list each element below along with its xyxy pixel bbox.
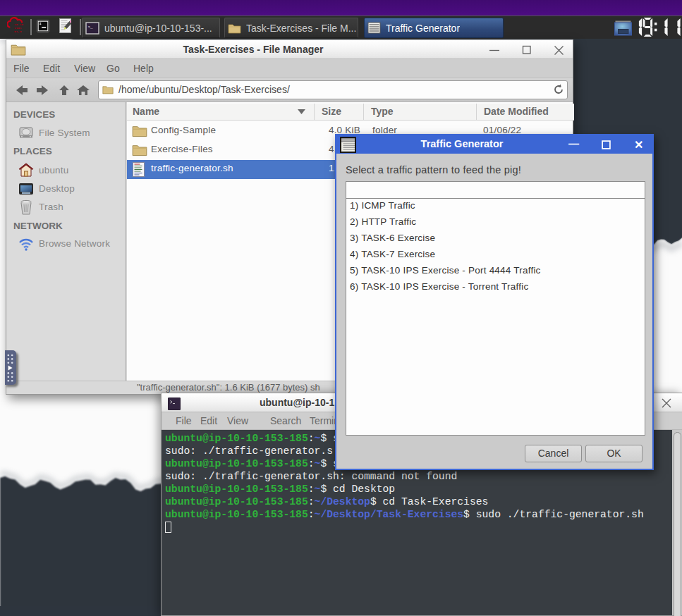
svg-text:01,0: 01,0 xyxy=(14,30,22,33)
svg-text:>_: >_ xyxy=(88,25,94,30)
